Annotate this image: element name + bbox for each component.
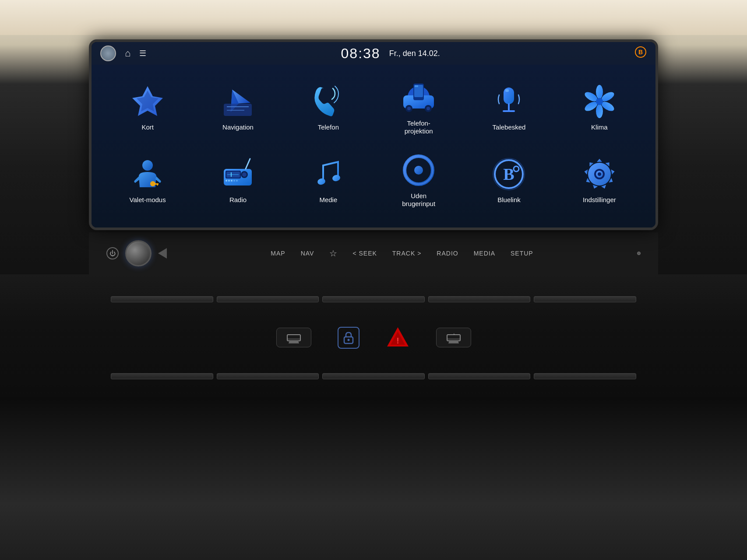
vent-slats-top [111,296,636,302]
nav-button[interactable]: NAV [301,250,314,257]
status-left: ⌂ ☰ [100,46,146,61]
app-telefonprojektion[interactable]: Telefon- projektion [376,74,462,142]
svg-marker-60 [601,185,607,189]
svg-rect-18 [505,89,509,92]
hazard-button[interactable]: ! [386,326,410,350]
app-indstillinger[interactable]: Indstillinger [557,146,642,214]
vent-slat [111,296,213,302]
svg-point-41 [233,180,235,182]
svg-point-40 [231,180,233,182]
svg-point-26 [142,160,153,171]
svg-text:B: B [504,165,514,183]
lock-button[interactable] [338,327,359,349]
svg-rect-76 [447,335,460,341]
svg-line-31 [246,159,250,169]
media-controls-row: MAP NAV ☆ < SEEK TRACK > RADIO MEDIA SET… [271,248,533,259]
app-uden[interactable]: Uden brugerinput [376,146,462,214]
telefonprojektion-icon [401,80,436,115]
svg-rect-17 [504,88,514,104]
svg-rect-29 [157,183,158,186]
svg-point-55 [514,166,519,172]
window-right-icon [445,331,462,344]
volume-knob[interactable] [125,240,152,266]
svg-text:!: ! [396,336,399,345]
home-icon[interactable]: ⌂ [125,48,130,59]
window-button-left[interactable] [276,328,311,347]
menu-icon[interactable]: ☰ [139,49,146,58]
svg-point-38 [226,180,227,182]
vent-slat [322,373,425,379]
vent-slat [428,373,531,379]
app-valet[interactable]: Valet-modus [105,146,190,214]
hazard-button-area: ! [386,326,410,350]
svg-marker-56 [597,159,602,162]
kort-icon [130,84,165,119]
seek-button[interactable]: < SEEK [352,250,377,257]
svg-point-16 [426,107,430,110]
svg-marker-63 [584,169,588,175]
car-interior-top [0,0,747,35]
indicator-dot [637,252,641,255]
valet-icon [130,157,165,192]
svg-point-25 [596,98,603,105]
radio-label: Radio [229,196,247,204]
status-center: 08:38 Fr., den 14.02. [341,46,440,62]
uden-icon [401,153,436,188]
favorite-button[interactable]: ☆ [329,248,337,259]
svg-text:B: B [638,49,643,56]
app-talebesked[interactable]: Talebesked [466,74,552,142]
lock-icon [343,331,354,344]
medie-label: Medie [319,196,337,204]
indstillinger-label: Indstillinger [583,196,616,204]
status-bar: ⌂ ☰ 08:38 Fr., den 14.02. B [92,42,655,65]
navigation-label: Navigation [222,123,254,131]
svg-point-46 [414,166,423,175]
media-button[interactable]: MEDIA [474,250,495,257]
svg-point-15 [407,107,411,110]
app-telefon[interactable]: Telefon [285,74,371,142]
radio-icon [220,157,255,192]
svg-point-72 [347,339,349,341]
vent-slat [428,296,531,302]
track-button[interactable]: TRACK > [392,250,422,257]
window-button-right[interactable] [436,328,471,347]
physical-controls-area: ! [0,274,747,397]
app-bluelink[interactable]: B Bluelink [466,146,552,214]
klima-icon [582,84,617,119]
vent-slat [217,296,319,302]
vent-slat [111,373,213,379]
app-navigation[interactable]: Navigation [195,74,281,142]
vent-slat [322,296,425,302]
svg-point-19 [596,85,603,99]
radio-button[interactable]: RADIO [437,250,458,257]
trim-arrow [158,248,167,259]
avatar[interactable] [100,46,116,61]
bottom-buttons-row: ! [111,326,636,350]
medie-icon [311,157,346,192]
setup-button[interactable]: SETUP [511,250,533,257]
svg-point-68 [598,172,601,176]
svg-marker-58 [611,169,615,175]
vent-slat [534,296,636,302]
map-button[interactable]: MAP [271,250,285,257]
svg-point-22 [596,104,603,118]
app-radio[interactable]: Radio [195,146,281,214]
telefon-label: Telefon [318,123,339,131]
valet-label: Valet-modus [130,196,166,204]
vent-slats-bottom [111,373,636,379]
screen-content: ⌂ ☰ 08:38 Fr., den 14.02. B [92,42,655,228]
app-kort[interactable]: Kort [105,74,190,142]
bluelink-label: Bluelink [497,196,521,204]
hazard-icon: ! [386,326,410,348]
svg-rect-12 [415,85,418,87]
svg-marker-61 [592,185,598,189]
telefon-icon [311,84,346,119]
svg-point-43 [317,178,326,186]
app-klima[interactable]: Klima [557,74,642,142]
svg-point-37 [242,172,247,177]
power-button[interactable]: ⏻ [106,247,119,259]
talebesked-icon [491,84,526,119]
klima-label: Klima [591,123,608,131]
app-medie[interactable]: Medie [285,146,371,214]
kort-label: Kort [141,123,154,131]
